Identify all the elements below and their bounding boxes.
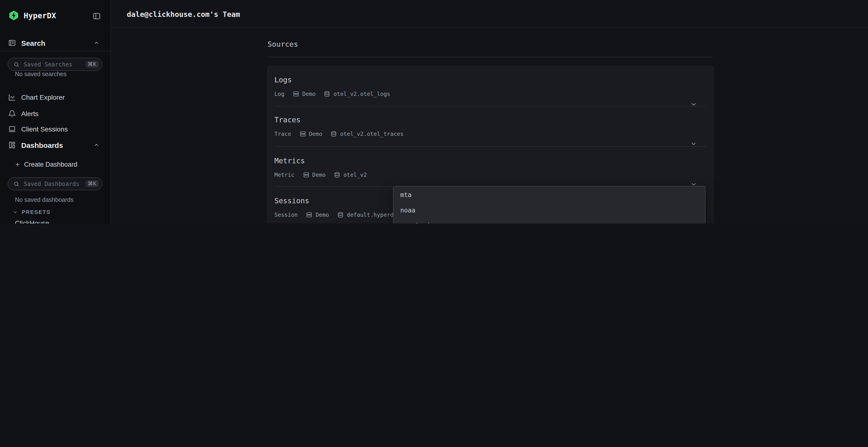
- plus-icon: [15, 162, 20, 167]
- source-table: otel_v2.otel_logs: [334, 91, 390, 97]
- server-icon: [306, 212, 312, 218]
- saved-dashboards-input[interactable]: [23, 180, 85, 187]
- sidebar-section-search-label: Search: [21, 39, 45, 47]
- source-meta-logs: Log Demo otel_v2.otel_logs: [274, 91, 390, 97]
- source-section-title-sessions: Sessions: [274, 197, 309, 205]
- dropdown-option-label: nyc_taxi: [400, 221, 430, 224]
- sidebar: HyperDX Search ⌘K No saved searches: [0, 0, 111, 224]
- dropdown-option-noaa[interactable]: noaa: [394, 203, 705, 218]
- app-title: HyperDX: [24, 11, 56, 20]
- server-icon: [303, 172, 309, 178]
- source-kind: Trace: [274, 131, 291, 137]
- server-icon: [300, 131, 306, 137]
- chevron-down-icon: [12, 209, 18, 215]
- top-bar: dale@clickhouse.com's Team: [111, 0, 868, 28]
- source-table: otel_v2: [344, 171, 367, 178]
- database-icon: [331, 131, 337, 137]
- dashboard-icon: [8, 141, 16, 149]
- source-connection: Demo: [312, 171, 326, 178]
- database-icon: [338, 212, 343, 218]
- source-kind: Session: [274, 211, 298, 218]
- source-connection: Demo: [309, 131, 322, 137]
- laptop-icon: [8, 125, 16, 133]
- search-panel-icon: [8, 39, 16, 47]
- source-section-title-traces: Traces: [274, 115, 301, 124]
- server-icon: [293, 91, 299, 97]
- source-kind: Log: [274, 91, 284, 97]
- chevron-up-icon: [94, 40, 99, 46]
- sidebar-item-label: Client Sessions: [21, 125, 68, 133]
- source-connection: Demo: [316, 211, 329, 218]
- preset-clickhouse[interactable]: ClickHouse: [15, 219, 49, 224]
- sources-heading: Sources: [268, 40, 298, 49]
- app-window: HyperDX Search ⌘K No saved searches: [0, 0, 868, 224]
- bell-icon: [8, 110, 16, 117]
- no-saved-searches-note: No saved searches: [15, 71, 66, 77]
- sidebar-item-client-sessions[interactable]: Client Sessions: [0, 122, 111, 136]
- page-header-title: dale@clickhouse.com's Team: [127, 10, 240, 19]
- create-dashboard-label: Create Dashboard: [24, 161, 78, 168]
- search-icon: [13, 181, 19, 187]
- sidebar-section-search[interactable]: Search: [0, 36, 111, 49]
- presets-toggle[interactable]: PRESETS: [0, 205, 111, 219]
- sidebar-item-alerts[interactable]: Alerts: [0, 107, 111, 121]
- saved-searches-search[interactable]: ⌘K: [8, 58, 102, 71]
- create-dashboard-button[interactable]: Create Dashboard: [0, 158, 111, 171]
- sidebar-item-label: Alerts: [21, 110, 38, 117]
- sidebar-item-label: Chart Explorer: [21, 94, 65, 101]
- presets-label: PRESETS: [22, 209, 51, 215]
- sidebar-item-dashboards[interactable]: Dashboards: [0, 138, 111, 152]
- line-chart-icon: [8, 94, 16, 101]
- saved-dashboards-search[interactable]: ⌘K: [8, 177, 102, 190]
- dropdown-option-label: noaa: [400, 206, 415, 214]
- dropdown-option-mta[interactable]: mta: [394, 187, 705, 203]
- sidebar-collapse-icon[interactable]: [93, 12, 101, 20]
- sidebar-divider: [0, 50, 111, 51]
- source-table: otel_v2.otel_traces: [340, 131, 404, 137]
- sidebar-item-chart-explorer[interactable]: Chart Explorer: [0, 91, 111, 104]
- database-icon: [324, 91, 330, 97]
- divider: [274, 106, 706, 106]
- database-icon: [334, 172, 340, 178]
- source-meta-traces: Trace Demo otel_v2.otel_traces: [274, 131, 404, 137]
- shortcut-badge: ⌘K: [85, 61, 99, 68]
- dropdown-option-label: mta: [400, 191, 411, 199]
- chevron-down-icon[interactable]: [690, 101, 697, 108]
- saved-searches-input[interactable]: [23, 61, 85, 68]
- source-meta-metrics: Metric Demo otel_v2: [274, 171, 367, 178]
- hyperdx-logo-icon: [8, 10, 19, 21]
- shortcut-badge: ⌘K: [85, 180, 99, 187]
- source-kind: Metric: [274, 171, 294, 178]
- search-icon: [13, 61, 19, 67]
- sidebar-item-label: Dashboards: [21, 141, 63, 149]
- source-section-title-logs: Logs: [274, 76, 292, 84]
- main-content: Sources Logs Log Demo otel_v2.otel_logs: [111, 28, 868, 224]
- divider: [268, 57, 713, 57]
- source-meta-sessions: Session Demo default.hyperdx_s: [274, 211, 404, 218]
- chevron-up-icon: [94, 142, 99, 148]
- divider: [274, 146, 706, 147]
- source-section-title-metrics: Metrics: [274, 157, 305, 165]
- dropdown-option-nyc-taxi[interactable]: nyc_taxi: [394, 218, 705, 224]
- no-saved-dashboards-note: No saved dashboards: [15, 197, 73, 203]
- database-dropdown: mta noaa nyc_taxi nypd ontime opensky ot…: [393, 186, 706, 224]
- source-connection: Demo: [302, 91, 316, 97]
